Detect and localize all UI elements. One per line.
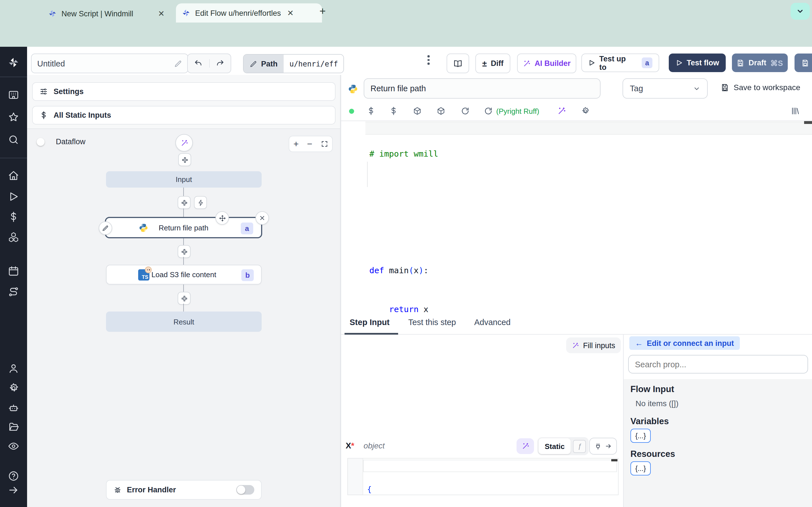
close-tab-icon[interactable]: ✕ — [285, 8, 296, 18]
scrollbar-thumb[interactable] — [611, 459, 617, 461]
edit-or-connect-button[interactable]: ← Edit or connect an input — [629, 336, 740, 350]
path-value: u/henri/eff — [284, 55, 344, 73]
add-trigger-button[interactable] — [194, 196, 207, 209]
expand-sidebar-icon[interactable] — [8, 485, 19, 496]
workspace-icon[interactable] — [8, 89, 19, 100]
user-icon[interactable] — [8, 363, 19, 374]
package-icon[interactable] — [413, 107, 422, 118]
close-tab-icon[interactable]: ✕ — [156, 8, 166, 18]
search-prop-input[interactable] — [628, 355, 808, 374]
edit-pencil-icon — [250, 60, 257, 67]
fill-inputs-button[interactable]: Fill inputs — [566, 337, 621, 353]
static-mode-segment[interactable]: Static — [539, 438, 571, 454]
more-options-icon[interactable] — [427, 55, 429, 64]
connector — [183, 187, 184, 196]
library-icon[interactable] — [791, 107, 800, 118]
variable-picker-icon[interactable] — [366, 107, 375, 118]
all-static-inputs-label: All Static Inputs — [54, 111, 111, 119]
audit-eye-icon[interactable] — [8, 441, 19, 452]
fit-view-icon[interactable] — [320, 140, 328, 148]
code-editor[interactable]: # import wmill def main(x): return x — [341, 121, 812, 313]
ai-assist-wand-icon[interactable] — [557, 107, 566, 118]
ai-flow-wand-button[interactable] — [175, 134, 193, 152]
zoom-in-icon[interactable]: + — [294, 139, 299, 149]
deploy-button[interactable]: Deploy — [795, 54, 812, 72]
tab-advanced[interactable]: Advanced — [474, 318, 511, 327]
test-up-to-button[interactable]: Test up to a — [581, 54, 659, 72]
add-step-button[interactable] — [177, 245, 191, 258]
panel-divider[interactable] — [341, 75, 341, 507]
tab-title: Edit Flow u/henri/effortless_fl — [195, 9, 281, 17]
settings-gear-icon[interactable] — [8, 383, 19, 394]
browser-tab-active[interactable]: Edit Flow u/henri/effortless_fl ✕ — [176, 3, 322, 22]
windmill-logo[interactable] — [7, 56, 18, 68]
error-handler-toggle[interactable] — [236, 485, 254, 495]
resources-icon[interactable] — [8, 231, 19, 243]
zoom-out-icon[interactable]: − — [307, 139, 312, 149]
step-node-b[interactable]: TS Load S3 file content b — [106, 265, 262, 284]
draft-button[interactable]: Draft ⌘S — [732, 54, 788, 72]
search-icon[interactable] — [8, 134, 19, 145]
flow-name-value[interactable]: Untitled — [37, 59, 65, 68]
diff-button[interactable]: ± Diff — [475, 54, 510, 73]
code-line: return x — [369, 303, 438, 313]
resources-object-chip[interactable]: {...} — [630, 461, 651, 475]
test-flow-button[interactable]: Test flow — [669, 54, 726, 72]
add-step-button[interactable] — [177, 292, 191, 305]
flow-name-field[interactable]: Untitled — [31, 54, 188, 73]
add-step-button[interactable] — [178, 153, 191, 166]
undo-icon[interactable] — [188, 59, 209, 68]
home-icon[interactable] — [8, 170, 19, 181]
schedules-icon[interactable] — [8, 265, 19, 277]
browser-tab-inactive[interactable]: New Script | Windmill ✕ — [42, 4, 185, 22]
flow-input-node[interactable]: Input — [106, 171, 262, 187]
add-step-button[interactable] — [177, 196, 191, 209]
error-handler-node[interactable]: Error Handler — [106, 480, 262, 500]
routes-icon[interactable] — [8, 286, 19, 297]
editor-settings-gear-icon[interactable] — [581, 107, 590, 118]
package-icon[interactable] — [437, 107, 446, 118]
workers-robot-icon[interactable] — [8, 402, 19, 413]
edit-or-connect-label: Edit or connect an input — [647, 339, 734, 347]
path-button[interactable]: Path u/henri/eff — [243, 54, 344, 73]
variables-object-chip[interactable]: {...} — [630, 429, 651, 443]
bug-icon — [113, 486, 122, 494]
help-icon[interactable] — [8, 470, 19, 482]
step-badge[interactable]: a — [642, 57, 652, 68]
redo-icon[interactable] — [209, 59, 231, 68]
scrollbar-thumb[interactable] — [804, 121, 812, 124]
tab-search-button[interactable] — [791, 3, 810, 20]
delete-step-button[interactable] — [255, 211, 269, 225]
variables-icon[interactable] — [8, 211, 19, 223]
step-name-input[interactable] — [364, 78, 601, 99]
json-input-editor[interactable]: { "s3": "data.csv" } — [347, 458, 619, 495]
prop-picker-pane: ← Edit or connect an input Flow Input No… — [624, 335, 812, 507]
close-icon — [259, 215, 266, 221]
tab-test-this-step[interactable]: Test this step — [408, 318, 456, 327]
tab-step-input[interactable]: Step Input — [350, 318, 390, 327]
save-to-workspace-button[interactable]: Save to workspace — [721, 83, 801, 92]
step-node-a[interactable]: Return file path a — [105, 217, 262, 238]
reload-icon[interactable] — [484, 107, 493, 118]
tag-select[interactable]: Tag — [622, 78, 708, 99]
fx-mode-segment[interactable]: ƒ — [573, 440, 586, 453]
move-step-button[interactable] — [215, 211, 229, 225]
new-tab-button[interactable]: + — [316, 4, 329, 18]
flow-result-node[interactable]: Result — [106, 312, 262, 332]
ai-builder-button[interactable]: AI Builder — [517, 54, 576, 73]
sliders-icon — [40, 87, 48, 96]
edit-step-pencil-button[interactable] — [99, 221, 112, 235]
folders-icon[interactable] — [8, 421, 19, 433]
all-static-inputs-button[interactable]: All Static Inputs — [32, 106, 336, 124]
docs-button[interactable] — [447, 54, 469, 73]
favorites-star-icon[interactable] — [8, 112, 19, 123]
resource-picker-icon[interactable] — [389, 107, 398, 118]
lint-status[interactable]: (Pyright Ruff) — [496, 107, 539, 115]
play-icon — [675, 59, 682, 66]
connector — [183, 284, 184, 292]
flow-settings-button[interactable]: Settings — [32, 82, 336, 101]
ai-input-wand-button[interactable] — [516, 438, 534, 454]
reload-icon[interactable] — [461, 107, 470, 118]
connect-input-button[interactable] — [589, 438, 617, 455]
runs-icon[interactable] — [8, 191, 19, 202]
